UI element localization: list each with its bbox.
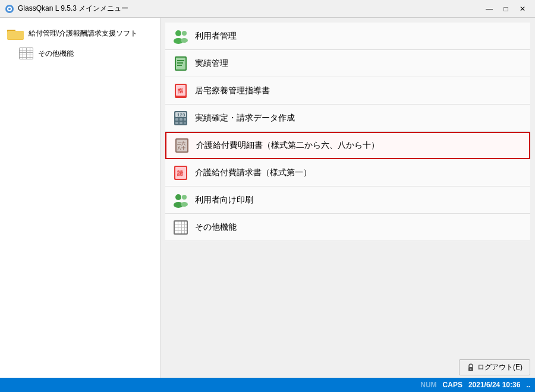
svg-point-57	[470, 368, 471, 369]
menu-item-jisseki[interactable]: 実績管理	[165, 50, 530, 77]
svg-rect-22	[177, 62, 183, 64]
table-menu-icon	[172, 219, 189, 236]
svg-point-2	[8, 8, 11, 10]
svg-text:指: 指	[177, 88, 184, 94]
logout-button[interactable]: ログアウト(E)	[459, 359, 530, 375]
svg-rect-14	[30, 48, 30, 59]
svg-rect-36	[184, 122, 186, 124]
svg-text:二六: 二六	[177, 141, 186, 146]
menu-label-user-mgmt: 利用者管理	[195, 31, 237, 42]
svg-point-47	[181, 202, 188, 207]
svg-rect-21	[177, 60, 184, 61]
svg-rect-5	[7, 31, 24, 39]
svg-text:123: 123	[177, 112, 185, 118]
svg-rect-53	[178, 222, 178, 233]
svg-rect-23	[177, 65, 182, 66]
svg-rect-32	[180, 118, 182, 121]
svg-text:八十: 八十	[177, 146, 186, 151]
sidebar-kyufu-label: 給付管理/介護報酬請求支援ソフト	[29, 29, 137, 39]
menu-label-jisseki-kakutei: 実績確定・請求データ作成	[195, 113, 295, 124]
svg-rect-33	[184, 118, 186, 121]
logout-area: ログアウト(E)	[459, 359, 530, 375]
ellipsis-display: ..	[526, 381, 530, 389]
book-icon	[172, 55, 189, 72]
menu-label-kyotaku: 居宅療養管理指導書	[195, 86, 270, 96]
sidebar-sonota-label: その他機能	[38, 49, 74, 59]
svg-rect-13	[26, 48, 27, 59]
menu-label-jisseki: 実績管理	[195, 58, 228, 69]
table-icon-sidebar	[19, 48, 33, 59]
svg-rect-34	[175, 122, 178, 124]
folder-icon	[7, 26, 24, 40]
menu-label-sonota: その他機能	[195, 222, 237, 233]
lock-icon	[467, 363, 475, 372]
menu-item-jisseki-kakutei[interactable]: 123 実績確定・請求データ作成	[165, 105, 530, 132]
svg-text:請: 請	[177, 170, 184, 176]
menu-item-sonota[interactable]: その他機能	[165, 214, 530, 241]
svg-point-18	[181, 38, 188, 43]
users-print-icon	[172, 192, 189, 208]
title-bar-text: GlassQkan L 9.5.3 メインメニュー	[18, 4, 128, 14]
calc-icon: 123	[172, 110, 189, 127]
users-icon	[172, 28, 189, 45]
detail-icon: 二六 八十	[174, 137, 190, 154]
svg-point-44	[175, 194, 181, 200]
svg-rect-54	[181, 222, 182, 233]
close-button[interactable]: ✕	[515, 3, 530, 15]
main-container: 給付管理/介護報酬請求支援ソフト その他機能	[0, 18, 535, 378]
menu-label-riyosya-insatsu: 利用者向け印刷	[195, 195, 253, 206]
logout-label: ログアウト(E)	[477, 362, 523, 372]
svg-point-46	[182, 195, 187, 200]
window-controls: — □ ✕	[482, 3, 530, 15]
datetime-display: 2021/6/24 10:36	[468, 381, 520, 389]
menu-label-kaigo-meisai: 介護給付費明細書（様式第二から六、八から十）	[196, 140, 379, 151]
svg-rect-31	[175, 118, 178, 121]
doc-icon: 指	[172, 83, 189, 99]
svg-rect-12	[23, 48, 23, 59]
svg-rect-27	[176, 96, 185, 97]
num-indicator: NUM	[420, 381, 436, 389]
svg-point-17	[182, 31, 187, 36]
menu-content: 利用者管理 実績管理 指 居宅療養管理指導書	[160, 18, 535, 378]
svg-rect-55	[184, 222, 185, 233]
sidebar-item-sonota[interactable]: その他機能	[0, 44, 160, 63]
request-icon: 請	[172, 165, 189, 181]
menu-item-kaigo-meisai[interactable]: 二六 八十 介護給付費明細書（様式第二から六、八から十）	[165, 132, 530, 159]
maximize-button[interactable]: □	[498, 3, 514, 15]
menu-label-kaigo-seikyusho: 介護給付費請求書（様式第一）	[195, 167, 311, 178]
caps-indicator: CAPS	[443, 381, 462, 389]
minimize-button[interactable]: —	[482, 3, 497, 15]
sidebar: 給付管理/介護報酬請求支援ソフト その他機能	[0, 18, 160, 378]
menu-item-kyotaku[interactable]: 指 居宅療養管理指導書	[165, 77, 530, 105]
app-icon	[5, 4, 14, 14]
sidebar-item-kyufu[interactable]: 給付管理/介護報酬請求支援ソフト	[0, 23, 160, 44]
status-bar: NUM CAPS 2021/6/24 10:36 ..	[0, 378, 535, 392]
svg-point-15	[175, 30, 181, 36]
menu-item-riyosya-insatsu[interactable]: 利用者向け印刷	[165, 186, 530, 214]
menu-item-kaigo-seikyusho[interactable]: 請 介護給付費請求書（様式第一）	[165, 159, 530, 186]
title-bar: GlassQkan L 9.5.3 メインメニュー — □ ✕	[0, 0, 535, 18]
svg-rect-35	[180, 122, 182, 124]
menu-item-user-mgmt[interactable]: 利用者管理	[165, 23, 530, 50]
